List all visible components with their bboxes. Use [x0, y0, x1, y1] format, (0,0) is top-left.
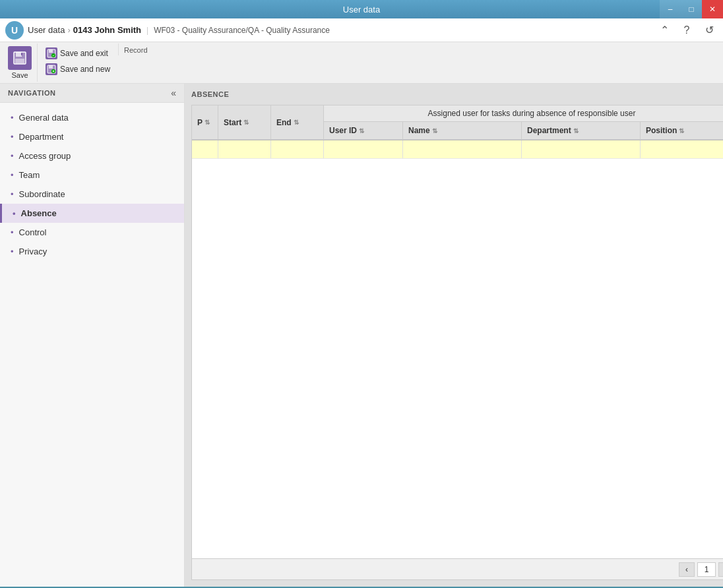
- record-section-label: Record: [124, 46, 147, 54]
- td-userid: [324, 140, 403, 158]
- help-button[interactable]: ?: [678, 22, 695, 39]
- pagination: ‹ 1 ›: [192, 558, 723, 579]
- th-position[interactable]: Position ⇅: [641, 122, 723, 139]
- refresh-button[interactable]: ↺: [701, 22, 718, 39]
- svg-point-6: [51, 53, 55, 57]
- sidebar-item-team-label: Team: [19, 170, 40, 180]
- page-number: 1: [697, 562, 716, 577]
- svg-rect-8: [49, 65, 53, 69]
- td-end: [271, 140, 324, 158]
- save-and-exit-icon: [46, 47, 57, 59]
- back-button[interactable]: ⌃: [656, 22, 673, 39]
- th-p[interactable]: P ⇅: [192, 105, 218, 139]
- svg-rect-1: [16, 52, 22, 57]
- absence-table: P ⇅ Start ⇅ End ⇅: [191, 105, 723, 580]
- svg-rect-3: [21, 53, 22, 55]
- close-button[interactable]: ✕: [702, 0, 723, 18]
- table-wrapper: P ⇅ Start ⇅ End ⇅: [191, 105, 723, 580]
- sidebar-item-department[interactable]: Department: [0, 127, 184, 146]
- save-and-exit-label: Save and exit: [60, 49, 108, 58]
- td-position: [641, 140, 723, 158]
- assigned-header: Assigned user for tasks during absence o…: [324, 105, 723, 122]
- th-name[interactable]: Name ⇅: [403, 122, 522, 139]
- sidebar-nav: General data Department Access group Tea…: [0, 103, 184, 266]
- breadcrumb-separator: ›: [67, 25, 70, 35]
- sidebar-title: NAVIGATION: [8, 89, 55, 97]
- header-divider: |: [146, 26, 148, 35]
- sidebar-item-access-group-label: Access group: [19, 151, 71, 161]
- save-label: Save: [11, 71, 28, 79]
- table-body: [192, 140, 723, 558]
- td-start: [218, 140, 271, 158]
- sidebar-item-privacy[interactable]: Privacy: [0, 242, 184, 261]
- app-name-link[interactable]: User data: [28, 25, 65, 35]
- sidebar-item-subordinate-label: Subordinate: [19, 189, 65, 199]
- app-logo: U: [5, 21, 24, 40]
- toolbar-sub-actions: Save and exit Save and new: [38, 44, 118, 79]
- save-and-exit-button[interactable]: Save and exit: [43, 46, 113, 61]
- sidebar-item-control-label: Control: [19, 227, 47, 237]
- th-department[interactable]: Department ⇅: [522, 122, 641, 139]
- sidebar-item-absence[interactable]: Absence: [0, 204, 184, 223]
- content-wrapper: ABSENCE P ⇅ Start ⇅: [185, 84, 723, 587]
- svg-rect-2: [15, 59, 24, 63]
- svg-rect-5: [49, 49, 53, 53]
- header-actions: ⌃ ? ↺: [656, 22, 718, 39]
- window-title: User data: [343, 5, 380, 15]
- th-userid[interactable]: User ID ⇅: [324, 122, 403, 139]
- maximize-button[interactable]: □: [681, 0, 702, 18]
- th-end[interactable]: End ⇅: [271, 105, 324, 139]
- prev-page-button[interactable]: ‹: [679, 562, 695, 577]
- save-button[interactable]: [8, 46, 32, 70]
- sidebar-item-absence-label: Absence: [21, 208, 57, 218]
- table-row[interactable]: [192, 140, 723, 159]
- sidebar-item-team[interactable]: Team: [0, 165, 184, 185]
- sidebar-item-subordinate[interactable]: Subordinate: [0, 185, 184, 204]
- sidebar-collapse-button[interactable]: «: [171, 88, 176, 98]
- header-bar: U User data › 0143 John Smith | WF03 - Q…: [0, 18, 723, 42]
- title-bar: User data – □ ✕: [0, 0, 723, 18]
- td-department: [522, 140, 641, 158]
- sidebar-item-general-data-label: General data: [19, 113, 69, 123]
- save-and-new-icon: [46, 63, 57, 75]
- save-and-new-label: Save and new: [60, 65, 110, 74]
- td-name: [403, 140, 522, 158]
- sidebar: NAVIGATION « General data Department Acc…: [0, 84, 185, 587]
- th-start[interactable]: Start ⇅: [218, 105, 271, 139]
- td-p: [192, 140, 218, 158]
- record-name: 0143 John Smith: [73, 25, 141, 35]
- sidebar-item-control[interactable]: Control: [0, 223, 184, 242]
- toolbar: Save Save and exit: [0, 42, 723, 84]
- save-and-new-button[interactable]: Save and new: [43, 62, 113, 76]
- merged-cols: User ID ⇅ Name ⇅ Department ⇅: [324, 122, 723, 139]
- sidebar-item-department-label: Department: [19, 132, 64, 142]
- sidebar-item-general-data[interactable]: General data: [0, 108, 184, 127]
- next-page-button[interactable]: ›: [718, 562, 723, 577]
- sidebar-item-access-group[interactable]: Access group: [0, 146, 184, 165]
- section-title: ABSENCE: [191, 90, 723, 98]
- record-subtitle: WF03 - Quality Assurance/QA - Quality As…: [154, 26, 330, 35]
- sidebar-header: NAVIGATION «: [0, 84, 184, 103]
- sidebar-item-privacy-label: Privacy: [19, 247, 47, 256]
- table-header: P ⇅ Start ⇅ End ⇅: [192, 105, 723, 140]
- window-controls: – □ ✕: [660, 0, 723, 18]
- main-area: NAVIGATION « General data Department Acc…: [0, 84, 723, 587]
- minimize-button[interactable]: –: [660, 0, 681, 18]
- breadcrumb: User data › 0143 John Smith: [28, 25, 141, 35]
